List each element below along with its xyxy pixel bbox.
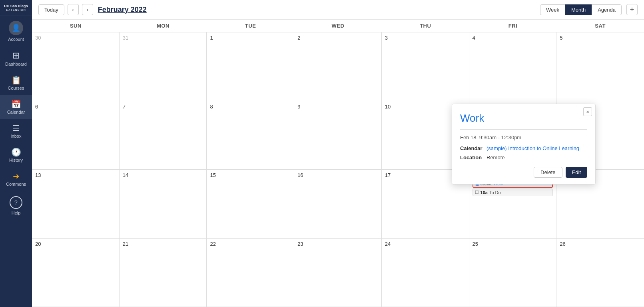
- cell-15[interactable]: 15: [207, 170, 294, 238]
- sidebar-item-help[interactable]: ? Help: [0, 191, 32, 220]
- popup-actions: Delete Edit: [460, 167, 587, 178]
- inbox-icon: ☰: [12, 124, 20, 132]
- cell-5[interactable]: 5: [556, 32, 644, 101]
- popup-delete-button[interactable]: Delete: [534, 167, 562, 178]
- history-icon: 🕐: [11, 148, 21, 156]
- cell-7[interactable]: 7: [120, 101, 207, 170]
- popup-calendar-value[interactable]: (sample) Introduction to Online Learning: [486, 145, 579, 151]
- cell-30[interactable]: 30: [32, 32, 120, 101]
- sidebar-item-account[interactable]: 👤 Account: [0, 16, 32, 46]
- add-event-button[interactable]: +: [626, 4, 638, 15]
- popup-divider: [460, 129, 587, 130]
- prev-button[interactable]: ‹: [68, 4, 79, 15]
- calendar-row-1: 30 31 1 2 3 4 5: [32, 32, 644, 101]
- next-button[interactable]: ›: [82, 4, 93, 15]
- calendar-row-4: 20 21 22 23 24 25 26: [32, 239, 644, 307]
- sidebar: UC San Diego EXTENSION 👤 Account ⊞ Dashb…: [0, 0, 32, 307]
- cell-16[interactable]: 16: [294, 170, 382, 238]
- cell-22[interactable]: 22: [207, 239, 294, 307]
- calendar-header: SUN MON TUE WED THU FRI SAT: [32, 20, 644, 32]
- header-wed: WED: [294, 20, 382, 32]
- cell-8[interactable]: 8: [207, 101, 294, 170]
- cell-3[interactable]: 3: [382, 32, 469, 101]
- month-title: February 2022: [98, 6, 537, 14]
- toolbar: Today ‹ › February 2022 Week Month Agend…: [32, 0, 644, 20]
- popup-location-label: Location: [460, 155, 484, 161]
- sidebar-item-dashboard[interactable]: ⊞ Dashboard: [0, 46, 32, 71]
- sidebar-item-commons[interactable]: ➜ Commons: [0, 167, 32, 191]
- header-fri: FRI: [469, 20, 557, 32]
- courses-icon: 📋: [11, 76, 21, 84]
- cell-6[interactable]: 6: [32, 101, 120, 170]
- main-content: Today ‹ › February 2022 Week Month Agend…: [32, 0, 644, 307]
- cell-14[interactable]: 14: [120, 170, 207, 238]
- sidebar-item-calendar[interactable]: 📅 Calendar: [0, 95, 32, 119]
- popup-close-button[interactable]: ×: [583, 107, 592, 116]
- cell-2[interactable]: 2: [294, 32, 382, 101]
- cell-9[interactable]: 9: [294, 101, 382, 170]
- cell-24[interactable]: 24: [382, 239, 469, 307]
- sidebar-item-history[interactable]: 🕐 History: [0, 143, 32, 167]
- account-icon: 👤: [9, 21, 23, 35]
- header-sat: SAT: [556, 20, 644, 32]
- calendar-grid: SUN MON TUE WED THU FRI SAT 30 31 1 2 3 …: [32, 20, 644, 307]
- popup-location-value: Remote: [486, 155, 505, 161]
- cell-13[interactable]: 13: [32, 170, 120, 238]
- cell-26[interactable]: 26: [556, 239, 644, 307]
- popup-location-field: Location Remote: [460, 155, 587, 161]
- cell-25[interactable]: 25: [469, 239, 557, 307]
- event-todo[interactable]: ☐ 10a To Do: [473, 189, 553, 196]
- agenda-view-button[interactable]: Agenda: [592, 4, 622, 15]
- popup-calendar-label: Calendar: [460, 145, 484, 151]
- sidebar-logo: UC San Diego EXTENSION: [0, 0, 32, 16]
- popup-calendar-field: Calendar (sample) Introduction to Online…: [460, 145, 587, 151]
- popup-edit-button[interactable]: Edit: [566, 167, 587, 178]
- commons-icon: ➜: [13, 172, 20, 180]
- cell-1[interactable]: 1: [207, 32, 294, 101]
- popup-date: Feb 18, 9:30am - 12:30pm: [460, 134, 587, 140]
- cell-4[interactable]: 4: [469, 32, 557, 101]
- today-button[interactable]: Today: [38, 4, 64, 15]
- week-view-button[interactable]: Week: [540, 4, 565, 15]
- cell-23[interactable]: 23: [294, 239, 382, 307]
- cell-31[interactable]: 31: [120, 32, 207, 101]
- header-thu: THU: [382, 20, 469, 32]
- sidebar-item-courses[interactable]: 📋 Courses: [0, 71, 32, 95]
- cell-21[interactable]: 21: [120, 239, 207, 307]
- header-tue: TUE: [207, 20, 294, 32]
- calendar-icon: 📅: [11, 100, 21, 108]
- view-buttons: Week Month Agenda: [540, 4, 622, 15]
- dashboard-icon: ⊞: [12, 51, 20, 60]
- event-popup: × Work Feb 18, 9:30am - 12:30pm Calendar…: [452, 104, 596, 185]
- sidebar-item-inbox[interactable]: ☰ Inbox: [0, 119, 32, 143]
- help-icon: ?: [10, 196, 22, 209]
- cell-20[interactable]: 20: [32, 239, 120, 307]
- header-sun: SUN: [32, 20, 120, 32]
- month-view-button[interactable]: Month: [565, 4, 592, 15]
- popup-title: Work: [460, 112, 587, 124]
- header-mon: MON: [120, 20, 207, 32]
